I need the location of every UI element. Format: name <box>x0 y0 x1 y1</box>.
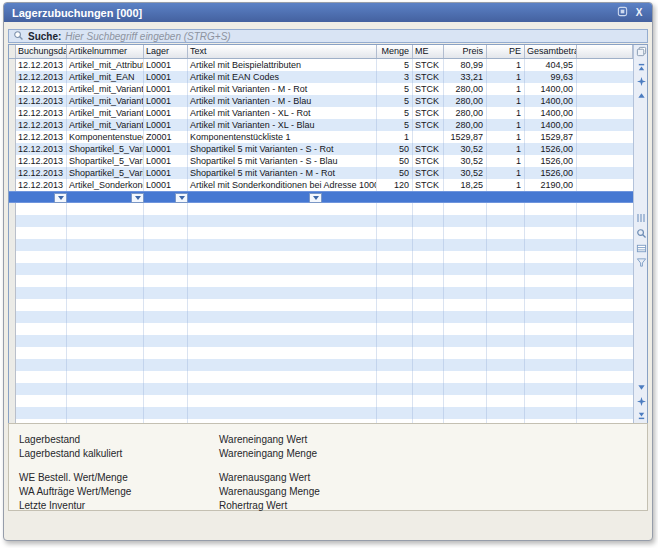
search-bar[interactable]: Suche: Hier Suchbegriff eingeben (STRG+S… <box>8 29 648 43</box>
column-header-gesamtbetrag[interactable]: Gesamtbetrag <box>525 45 577 58</box>
empty-cell <box>377 299 413 311</box>
empty-cell <box>444 215 487 227</box>
table-row[interactable]: 12.12.2013Artikel_mit_AttributenL0001Art… <box>9 59 633 71</box>
table-row[interactable]: 12.12.2013Artikel_mit_Varianten.L0001Art… <box>9 83 633 95</box>
column-header-pe[interactable]: PE <box>487 45 525 58</box>
table-row[interactable]: 12.12.2013Shopartikel_5_VariantL0001Shop… <box>9 167 633 179</box>
close-button[interactable]: X <box>632 6 646 19</box>
restore-button[interactable] <box>615 6 629 19</box>
empty-cell <box>525 251 577 263</box>
entry-lager-dropdown[interactable] <box>175 193 188 203</box>
empty-row <box>9 215 633 227</box>
entry-date-dropdown[interactable] <box>54 193 67 203</box>
row-selector[interactable] <box>9 143 16 155</box>
row-selector[interactable] <box>9 131 16 143</box>
cell-preis: 1529,87 <box>444 131 487 143</box>
scrollbar-grip-icon[interactable] <box>635 211 647 224</box>
cell-menge: 50 <box>377 167 413 179</box>
table-row[interactable]: 12.12.2013Artikel_mit_EANL0001Artikel mi… <box>9 71 633 83</box>
cell-gesamtbetrag: 99,63 <box>525 71 577 83</box>
empty-cell <box>144 383 188 395</box>
grid-header: BuchungsdatumArtikelnummerLagerTextMenge… <box>9 45 633 59</box>
column-header-datum[interactable]: Buchungsdatum <box>16 45 67 58</box>
row-selector[interactable] <box>9 95 16 107</box>
arrow-down-icon[interactable] <box>635 381 647 394</box>
empty-cell <box>577 323 633 335</box>
cell-me: STCK <box>413 167 444 179</box>
empty-cell <box>444 299 487 311</box>
scrollbar-strip[interactable] <box>633 45 647 423</box>
empty-cell <box>413 347 444 359</box>
empty-cell <box>444 239 487 251</box>
cell-filler <box>577 59 633 71</box>
row-selector[interactable] <box>9 179 16 191</box>
entry-text-dropdown[interactable] <box>309 193 322 203</box>
column-header-menge[interactable]: Menge <box>377 45 413 58</box>
table-row[interactable]: 12.12.2013Artikel_SonderkonditioL0001Art… <box>9 179 633 191</box>
cell-pe: 1 <box>487 155 525 167</box>
entry-artikelnummer-dropdown[interactable] <box>131 193 144 203</box>
cell-lager: L0001 <box>144 155 188 167</box>
search-input[interactable]: Hier Suchbegriff eingeben (STRG+S) <box>65 31 230 42</box>
title-bar[interactable]: Lagerzubuchungen [000] X <box>4 3 652 22</box>
empty-cell <box>413 371 444 383</box>
row-selector[interactable] <box>9 155 16 167</box>
cell-me: STCK <box>413 71 444 83</box>
empty-cell <box>377 335 413 347</box>
empty-cell <box>413 215 444 227</box>
new-entry-row[interactable] <box>9 191 633 203</box>
table-row[interactable]: 12.12.2013Artikel_mit_Varianten.L0001Art… <box>9 107 633 119</box>
row-selector[interactable] <box>9 83 16 95</box>
column-header-preis[interactable]: Preis <box>444 45 487 58</box>
table-options-icon[interactable] <box>635 242 647 255</box>
empty-cell <box>377 347 413 359</box>
column-header-text[interactable]: Text <box>188 45 377 58</box>
column-header-artikelnummer[interactable]: Artikelnummer <box>67 45 144 58</box>
row-selector[interactable] <box>9 119 16 131</box>
arrow-up-icon[interactable] <box>635 89 647 102</box>
column-header-me[interactable]: ME <box>413 45 444 58</box>
quick-search-icon[interactable] <box>635 227 647 240</box>
empty-cell <box>16 359 67 371</box>
page-up-icon[interactable] <box>635 75 647 88</box>
cell-pe: 1 <box>487 131 525 143</box>
empty-cell <box>144 239 188 251</box>
cell-text: Artikel mit Varianten - XL - Blau <box>188 119 377 131</box>
filter-icon[interactable] <box>635 256 647 269</box>
cell-preis: 280,00 <box>444 119 487 131</box>
empty-cell <box>487 383 525 395</box>
cell-pe: 1 <box>487 143 525 155</box>
empty-cell <box>487 275 525 287</box>
empty-cell <box>16 203 67 215</box>
page-down-icon[interactable] <box>635 395 647 408</box>
row-selector[interactable] <box>9 107 16 119</box>
empty-cell <box>525 335 577 347</box>
table-row[interactable]: 12.12.2013Shopartikel_5_VariantL0001Shop… <box>9 143 633 155</box>
empty-cell <box>487 323 525 335</box>
row-selector[interactable] <box>9 71 16 83</box>
table-row[interactable]: 12.12.2013Artikel_mit_Varianten.L0001Art… <box>9 95 633 107</box>
cell-me: STCK <box>413 155 444 167</box>
cell-gesamtbetrag: 1400,00 <box>525 107 577 119</box>
cell-artikelnummer: Shopartikel_5_Variant <box>67 155 144 167</box>
scroll-top-icon[interactable] <box>635 61 647 74</box>
cell-preis: 80,99 <box>444 59 487 71</box>
empty-cell <box>144 395 188 407</box>
cell-artikelnummer: Komponentenstuecklis <box>67 131 144 143</box>
empty-cell <box>188 251 377 263</box>
empty-cell <box>188 275 377 287</box>
scroll-bottom-icon[interactable] <box>635 409 647 422</box>
empty-cell <box>377 263 413 275</box>
cell-gesamtbetrag: 1526,00 <box>525 167 577 179</box>
copy-icon[interactable] <box>635 45 647 58</box>
table-row[interactable]: 12.12.2013Shopartikel_5_VariantL0001Shop… <box>9 155 633 167</box>
row-selector[interactable] <box>9 167 16 179</box>
column-header-lager[interactable]: Lager <box>144 45 188 58</box>
table-row[interactable]: 12.12.2013KomponentenstuecklisZ0001Kompo… <box>9 131 633 143</box>
row-selector[interactable] <box>9 59 16 71</box>
cell-lager: L0001 <box>144 143 188 155</box>
table-row[interactable]: 12.12.2013Artikel_mit_Varianten.L0001Art… <box>9 119 633 131</box>
empty-cell <box>377 227 413 239</box>
empty-cell <box>188 347 377 359</box>
empty-cell <box>16 323 67 335</box>
